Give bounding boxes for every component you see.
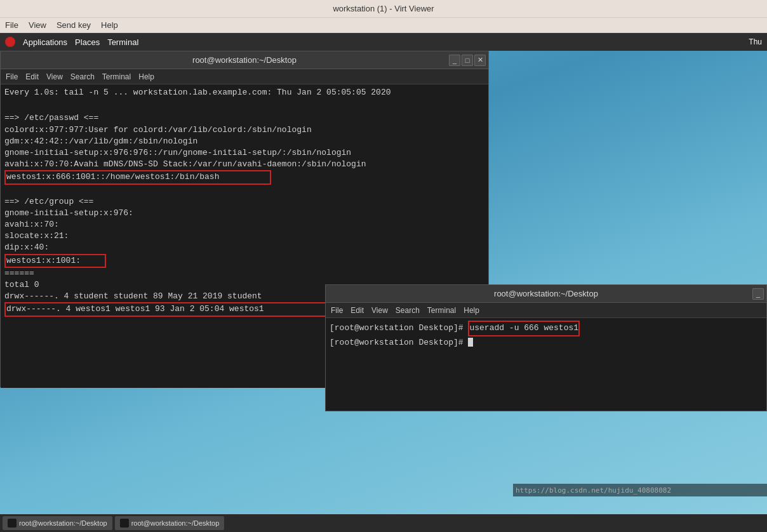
t1-menu-terminal[interactable]: Terminal: [102, 72, 131, 81]
t2-menu-edit[interactable]: Edit: [350, 306, 364, 315]
t2-line-prompt: [root@workstation Desktop]#: [330, 336, 763, 350]
t1-line-equals: ======: [4, 268, 484, 279]
terminal-window-2: root@workstation:~/Desktop _ File Edit V…: [325, 284, 767, 411]
terminal1-minimize-btn[interactable]: _: [449, 55, 460, 66]
t1-line-slocate: slocate:x:21:: [4, 230, 484, 242]
terminal1-title: root@workstation:~/Desktop: [192, 55, 297, 65]
t2-menu-file[interactable]: File: [331, 306, 343, 315]
status-bar: https://blog.csdn.net/hujidu_40808082: [513, 484, 767, 496]
t1-menu-edit[interactable]: Edit: [25, 72, 39, 81]
t1-line-gnome: gnome-initial-setup:x:976:976::/run/gnom…: [4, 147, 484, 159]
menu-view[interactable]: View: [29, 20, 46, 30]
taskbar-item-1[interactable]: root@workstation:~/Desktop: [3, 516, 112, 530]
taskbar-icon-2: [120, 519, 129, 528]
desktop-area: root@workstation:~/Desktop _ □ ✕ File Ed…: [0, 51, 767, 514]
terminal1-maximize-btn[interactable]: □: [462, 55, 473, 66]
window-title: workstation (1) - Virt Viewer: [333, 4, 434, 13]
terminal2-minimize-btn[interactable]: _: [752, 288, 764, 300]
t1-line-gnome-group: gnome-initial-setup:x:976:: [4, 208, 484, 219]
t1-line-gdm: gdm:x:42:42::/var/lib/gdm:/sbin/nologin: [4, 136, 484, 147]
t2-menu-search[interactable]: Search: [396, 306, 420, 315]
menu-bar: File View Send key Help: [0, 18, 767, 33]
terminal2-title: root@workstation:~/Desktop: [494, 289, 598, 298]
taskbar-icon-1: [8, 519, 17, 528]
t1-line-avahi-group: avahi:x:70:: [4, 219, 484, 230]
terminal2-controls: _: [752, 288, 764, 300]
taskbar-item-2[interactable]: root@workstation:~/Desktop: [115, 516, 225, 530]
terminal1-controls: _ □ ✕: [449, 55, 486, 66]
menu-sendkey[interactable]: Send key: [57, 20, 91, 30]
appbar-terminal[interactable]: Terminal: [107, 37, 138, 47]
t1-menu-file[interactable]: File: [6, 72, 18, 81]
taskbar-label-2: root@workstation:~/Desktop: [131, 519, 220, 527]
t2-menu-help[interactable]: Help: [464, 306, 479, 315]
t1-line-westos1-group: westos1:x:1001:: [4, 254, 484, 268]
status-url: https://blog.csdn.net/hujidu_40808082: [516, 486, 671, 495]
t1-menu-search[interactable]: Search: [70, 72, 95, 81]
t1-line-blank2: [4, 185, 484, 196]
t2-menu-terminal[interactable]: Terminal: [427, 306, 456, 315]
appbar-clock: Thu: [749, 37, 762, 46]
terminal1-menubar: File Edit View Search Terminal Help: [1, 69, 488, 84]
appbar-places[interactable]: Places: [75, 37, 100, 47]
terminal2-menubar: File Edit View Search Terminal Help: [326, 303, 766, 318]
t2-menu-view[interactable]: View: [371, 306, 388, 315]
t2-cursor: [468, 338, 473, 347]
t1-menu-view[interactable]: View: [46, 72, 63, 81]
t1-line-avahi: avahi:x:70:70:Avahi mDNS/DNS-SD Stack:/v…: [4, 159, 484, 170]
t1-group-header: ==> /etc/group <==: [4, 196, 484, 208]
t1-line-header: Every 1.0s: tail -n 5 ... workstation.la…: [4, 87, 484, 98]
taskbar: root@workstation:~/Desktop root@workstat…: [0, 514, 767, 532]
taskbar-label-1: root@workstation:~/Desktop: [19, 519, 107, 527]
appbar-applications[interactable]: Applications: [23, 37, 67, 47]
terminal1-titlebar: root@workstation:~/Desktop _ □ ✕: [1, 51, 488, 69]
t1-line-dip: dip:x:40:: [4, 242, 484, 253]
t1-line-blank1: [4, 101, 484, 112]
t2-line-useradd: [root@workstation Desktop]# useradd -u 6…: [330, 321, 763, 336]
t1-menu-help[interactable]: Help: [138, 72, 154, 81]
t2-command-highlight: useradd -u 666 westos1: [468, 321, 580, 336]
title-bar: workstation (1) - Virt Viewer: [0, 0, 767, 18]
terminal2-content: [root@workstation Desktop]# useradd -u 6…: [326, 318, 766, 352]
terminal2-titlebar: root@workstation:~/Desktop _: [326, 285, 766, 303]
menu-help[interactable]: Help: [101, 20, 118, 30]
t1-passwd-header: ==> /etc/passwd <==: [4, 112, 484, 124]
menu-file[interactable]: File: [5, 20, 18, 30]
gnome-logo: [5, 37, 15, 47]
t1-line-colord: colord:x:977:977:User for colord:/var/li…: [4, 124, 484, 136]
t1-line-westos1-passwd: westos1:x:666:1001::/home/westos1:/bin/b…: [4, 170, 484, 184]
terminal1-close-btn[interactable]: ✕: [474, 55, 486, 66]
gnome-app-bar: Applications Places Terminal Thu: [0, 33, 767, 51]
